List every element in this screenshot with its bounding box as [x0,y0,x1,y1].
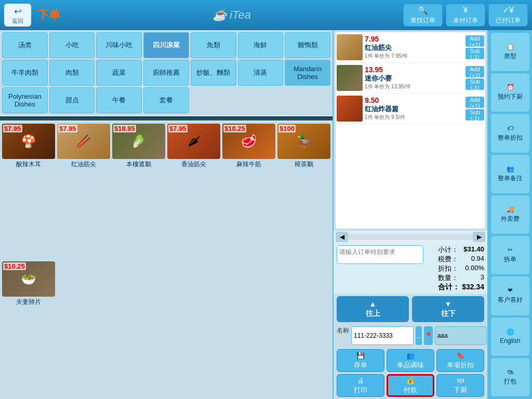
food-item-1[interactable]: 🍄 $7.95 酸辣木耳 [2,124,55,259]
nav-up-label: 往上 [366,309,380,318]
subtotal-row: 小计： $31.40 [438,245,484,255]
category-beef-mutton[interactable]: 牛羊肉類 [2,60,48,86]
unpaid-orders-label: 未付订单 [453,16,478,25]
down-arrow-icon: ▼ [445,300,452,308]
sub-item-1-button[interactable]: Sub(-1) [466,48,484,59]
search-orders-label: 查找订单 [410,16,435,25]
type-button[interactable]: 📋 类型 [490,32,530,72]
category-chef[interactable]: 廚師推薦 [143,60,189,86]
scroll-right-button[interactable]: ▶ [473,232,485,242]
whole-discount-label: 整单折扣 [498,134,523,142]
summary-values: 小计： $31.40 税费： 0.94 折扣： 0.00% 数量： 3 [438,245,484,292]
split-icon: ✂ [508,246,513,254]
category-soup[interactable]: 汤类 [2,32,48,58]
sub-item-2-button[interactable]: Sub(-1) [466,78,484,90]
category-veg[interactable]: 蔬菜 [96,60,142,86]
food-item-7[interactable]: 🥗 $10.25 夫妻肺片 [2,261,55,397]
nav-down-button[interactable]: ▼ 往下 [412,296,484,322]
paid-orders-button[interactable]: ✓¥ 已付订单 [488,4,528,26]
english-label: English [500,337,520,344]
reserve-label: 预约下厨 [498,92,523,101]
sub-item-3-button[interactable]: Sub(-1) [466,109,484,121]
customer-fav-button[interactable]: ❤ 客户喜好 [490,276,530,315]
category-mandarin[interactable]: Mandarin Dishes [285,60,330,86]
category-fried-rice[interactable]: 炒飯、麵類 [191,60,236,86]
order-item-price-2: 13.95 [365,65,463,74]
divider [0,116,332,121]
customer-phone-input[interactable] [351,326,414,345]
reserve-icon: ⏰ [507,84,514,91]
english-button[interactable]: 🌐 English [490,317,530,356]
header-buttons: 🔍 查找订单 ¥ 未付订单 ✓¥ 已付订单 [403,4,528,26]
kitchen-label: 下厨 [454,385,467,395]
special-req-input[interactable] [337,245,423,264]
add-item-3-button[interactable]: Add(+1) [466,97,484,108]
unpaid-icon: ¥ [463,6,468,15]
category-sichuan-snack[interactable]: 川味小吃 [96,32,142,58]
food-item-5[interactable]: 🥩 $10.25 麻辣牛筋 [222,124,275,259]
pack-button[interactable]: 🛍 打包 [490,357,530,397]
category-sichuan-cold[interactable]: 四川凉菜 [143,32,189,58]
summary-content: 小计： $31.40 税费： 0.94 折扣： 0.00% 数量： 3 [337,245,484,292]
whole-note-button[interactable]: 👥 整单备注 [490,154,530,194]
print-button[interactable]: 🖨 打印 [337,374,384,397]
order-title: 下单 [37,7,60,23]
search-orders-button[interactable]: 🔍 查找订单 [403,4,443,26]
category-dessert[interactable]: 甜点 [49,87,95,113]
location-input[interactable] [435,326,487,345]
whole-discount-button[interactable]: 🏷 整单折扣 [490,113,530,153]
category-snack[interactable]: 小吃 [49,32,95,58]
order-item-buttons-2: Add(+1) Sub(-1) [466,66,484,90]
nav-down-label: 往下 [441,309,456,318]
customer-fav-icon: ❤ [508,287,513,294]
category-meat[interactable]: 肉類 [49,60,95,86]
order-item-price-1: 7.95 [365,35,463,43]
middle-panel: 7.95 红油筋尖 1件 单价为 7.95/件 Add(+1) Sub(-1) … [332,30,488,399]
food-name-6: 樟茶鵝 [277,160,330,169]
food-price-2: $7.95 [58,125,77,132]
save-order-button[interactable]: 💾 存单 [337,349,384,372]
category-duck[interactable]: 雞鴨類 [285,32,330,58]
category-seafood[interactable]: 海鮮 [238,32,284,58]
order-item-name-1: 红油筋尖 [365,43,463,52]
food-item-6[interactable]: 🦆 $100 樟茶鵝 [277,124,330,259]
unpaid-orders-button[interactable]: ¥ 未付订单 [446,4,485,26]
order-item-img-3 [337,96,363,122]
scrollbar-track [348,234,473,240]
whole-note-icon: 👥 [507,165,514,172]
count-value: 3 [481,273,484,283]
pay-button[interactable]: 💰 付款 [387,374,434,397]
add-item-2-button[interactable]: Add(+1) [466,66,484,77]
kitchen-button[interactable]: 🍽 下厨 [436,374,484,397]
reserve-kitchen-button[interactable]: ⏰ 预约下厨 [490,73,530,112]
count-label: 数量： [438,273,458,283]
food-item-4[interactable]: 🌶 $7.95 香油筋尖 [167,124,220,259]
split-order-button[interactable]: ✂ 拆单 [490,235,530,275]
type-label: 类型 [504,52,516,61]
add-item-1-button[interactable]: Add(+1) [466,35,484,47]
delivery-label: 外卖费 [501,215,520,223]
category-polynesian[interactable]: Polynesian Dishes [2,87,48,113]
category-combo[interactable]: 套餐 [143,87,189,113]
order-summary: 小计： $31.40 税费： 0.94 折扣： 0.00% 数量： 3 [334,243,487,294]
food-name-7: 夫妻肺片 [2,298,55,307]
adjust-item-button[interactable]: 👥 单品调味 [387,349,434,372]
category-steam[interactable]: 清蒸 [238,60,284,86]
nav-up-button[interactable]: ▲ 往上 [337,296,409,322]
order-item-img-2 [337,65,363,91]
scroll-left-button[interactable]: ◀ [336,232,348,242]
location-icon-button[interactable]: 📍 [424,326,433,345]
back-button[interactable]: ↩ 返回 [4,4,31,26]
order-item-info-2: 13.95 迷你小赛 1件 单价为 13.95/件 [363,65,466,90]
food-item-2[interactable]: 🥢 $7.95 红油筋尖 [57,124,110,259]
order-item-name-3: 红油炸器篇 [365,104,463,114]
customer-more-button[interactable]: ... [416,326,422,345]
item-discount-button[interactable]: 🔖 单项折扣 [436,349,484,372]
delivery-fee-button[interactable]: 🚚 外卖费 [490,195,530,234]
adjust-label: 单品调味 [397,361,424,370]
food-item-3[interactable]: 🥬 $18.95 本樓遮鵝 [112,124,165,259]
order-item-name-2: 迷你小赛 [365,74,463,83]
category-fish[interactable]: 魚類 [191,32,236,58]
kitchen-icon: 🍽 [457,377,464,384]
category-lunch[interactable]: 午餐 [96,87,142,113]
